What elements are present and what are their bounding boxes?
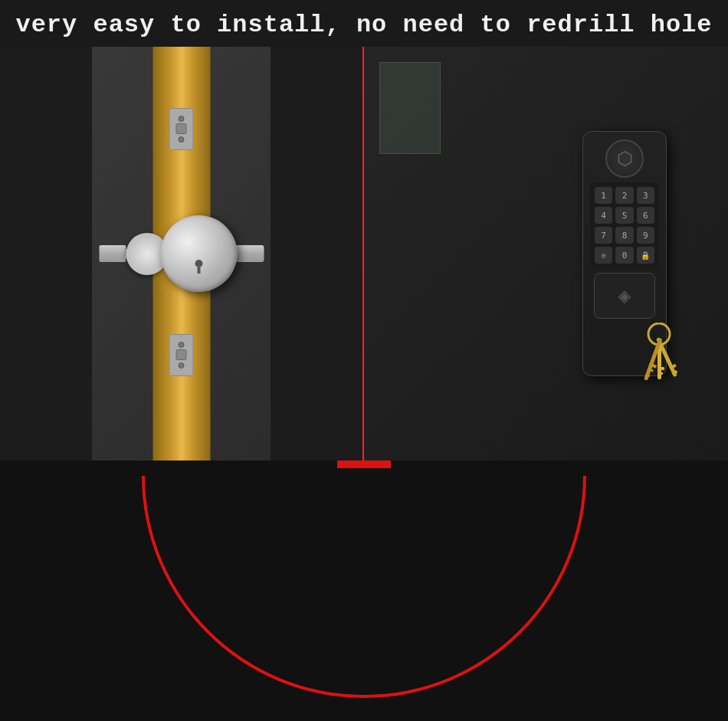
- key-7: 7: [595, 227, 612, 244]
- key-wifi: ⊕: [595, 247, 612, 264]
- keypad: 1 2 3 4 5 6 7 8 9 ⊕ 0 🔒: [590, 182, 659, 268]
- key-4: 4: [595, 207, 612, 224]
- notch2: [176, 349, 187, 360]
- right-panel: ⬡ 1 2 3 4 5 6 7 8 9 ⊕ 0: [364, 47, 728, 460]
- strike-plate-bottom: [169, 334, 194, 376]
- screw-top2: [179, 342, 185, 348]
- key-1: 1: [595, 187, 612, 204]
- keys-group: [625, 323, 686, 415]
- strike-plate-top: [169, 108, 194, 150]
- door-knob-scene: [0, 47, 362, 460]
- window-reflection-right: [379, 62, 441, 154]
- key-9: 9: [637, 227, 654, 244]
- door-knob-body: [160, 215, 237, 292]
- svg-rect-6: [658, 372, 663, 375]
- header: very easy to install, no need to redrill…: [0, 0, 728, 47]
- keyhole-slot: [197, 267, 200, 274]
- bolt-right: [233, 245, 264, 262]
- latch-bolt-left: [99, 245, 126, 262]
- key-6: 6: [637, 207, 654, 224]
- keyhole: [195, 260, 202, 270]
- door-right-edge: [271, 47, 362, 460]
- knob-assembly: [99, 215, 264, 292]
- red-divider: [337, 460, 391, 468]
- door-left-edge: [0, 47, 92, 460]
- fingerprint-icon: ⬡: [617, 148, 633, 170]
- fingerprint-sensor: ⬡: [605, 139, 644, 178]
- keys-svg: [625, 323, 686, 415]
- key-8: 8: [615, 227, 633, 244]
- screw-top: [179, 116, 185, 122]
- key-0: 0: [615, 247, 633, 264]
- screw-bottom: [179, 136, 185, 143]
- svg-rect-5: [658, 367, 664, 370]
- left-panel: [0, 47, 364, 460]
- main-title: very easy to install, no need to redrill…: [15, 11, 712, 39]
- key-lock: 🔒: [637, 247, 654, 264]
- digital-lock-scene: ⬡ 1 2 3 4 5 6 7 8 9 ⊕ 0: [364, 47, 728, 460]
- images-row: ⬡ 1 2 3 4 5 6 7 8 9 ⊕ 0: [0, 47, 728, 460]
- bottom-fingerprint-area: ◈: [594, 273, 655, 319]
- bottom-section: [0, 460, 728, 721]
- page-wrapper: very easy to install, no need to redrill…: [0, 0, 728, 721]
- bottom-fingerprint-icon: ◈: [618, 283, 631, 309]
- notch: [176, 123, 187, 134]
- red-arc-indicator: [142, 476, 586, 698]
- key-3: 3: [637, 187, 654, 204]
- key-2: 2: [615, 187, 633, 204]
- key-5: 5: [615, 207, 633, 224]
- keyhole-circle: [195, 260, 202, 267]
- screw-bottom2: [179, 362, 185, 369]
